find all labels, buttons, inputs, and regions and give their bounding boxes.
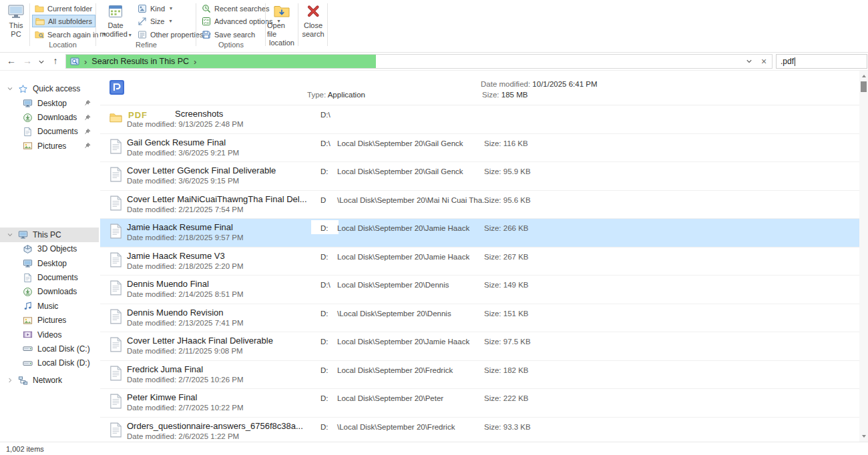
file-size: Size: 95.6 KB — [484, 196, 531, 204]
file-name: Cover Letter JHaack Final Deliverable — [127, 336, 273, 346]
recent-searches-icon — [202, 4, 211, 13]
file-icon — [110, 195, 122, 211]
back-button[interactable]: ← — [5, 55, 17, 66]
search-result-row[interactable]: Peter Kimwe Final Date modified: 2/7/202… — [100, 389, 859, 418]
size-button[interactable]: Size ▾ — [135, 15, 174, 27]
kind-button[interactable]: Kind ▾ — [135, 2, 175, 15]
size-field: Size: 185 MB — [482, 91, 527, 99]
cube-icon — [23, 244, 33, 254]
search-box[interactable]: .pdf — [776, 54, 867, 69]
file-date-modified: Date modified: 2/21/2025 7:54 PM — [127, 205, 244, 213]
sidebar-item-downloads[interactable]: Downloads — [0, 110, 99, 124]
expand-chevron-icon[interactable] — [7, 377, 13, 384]
address-bar[interactable]: › Search Results in This PC › × — [65, 54, 773, 69]
date-value: 10/1/2025 6:41 PM — [532, 80, 597, 88]
up-button[interactable]: ↑ — [49, 55, 61, 66]
close-search-button[interactable]: Close search — [300, 1, 326, 39]
scroll-down-arrow-icon[interactable] — [861, 433, 867, 440]
file-name: Jamie Haack Resume Final — [127, 222, 233, 232]
search-result-row[interactable]: Gail Genck Resume Final Date modified: 3… — [100, 134, 859, 163]
search-result-row[interactable]: Cover Letter JHaack Final Deliverable Da… — [100, 332, 859, 361]
sidebar-item-3d-objects[interactable]: 3D Objects — [0, 242, 99, 256]
search-ribbon: This PC Current folder All subfolders Se… — [0, 0, 868, 53]
breadcrumb[interactable]: Search Results in This PC — [91, 57, 189, 66]
file-name: Cover Letter MaiNiCuaiThawngTha Final De… — [127, 194, 307, 204]
sidebar-item-videos[interactable]: Videos — [0, 328, 99, 342]
file-size: Size: 151 KB — [484, 310, 528, 318]
expand-chevron-icon[interactable] — [7, 232, 13, 238]
search-result-row[interactable]: Orders_questionnaire-answers_6756f8c38a.… — [100, 418, 859, 442]
sidebar-section-network[interactable]: Network — [0, 373, 99, 388]
sidebar-section-this-pc[interactable]: This PC — [0, 228, 99, 242]
options-group-label: Options — [198, 41, 264, 49]
size-label: Size: — [482, 91, 499, 99]
recent-locations-dropdown[interactable] — [38, 59, 45, 65]
search-result-row[interactable]: PDF Screenshots Date modified: 9/13/2025… — [100, 105, 859, 134]
vertical-scrollbar[interactable] — [859, 71, 868, 442]
documents-icon — [23, 273, 33, 283]
file-date-modified: Date modified: 2/13/2025 7:41 PM — [127, 319, 244, 327]
all-subfolders-button[interactable]: All subfolders — [32, 15, 95, 27]
music-icon — [23, 301, 33, 311]
application-result-item[interactable]: Type: Application Date modified: 10/1/20… — [100, 71, 859, 105]
file-date-modified: Date modified: 3/6/2025 9:15 PM — [127, 177, 239, 185]
properties-icon — [138, 30, 147, 39]
save-search-button[interactable]: Save search — [199, 28, 258, 41]
item-label: Pictures — [37, 141, 66, 151]
sidebar-item-documents[interactable]: Documents — [0, 125, 99, 139]
current-folder-button[interactable]: Current folder — [32, 2, 95, 15]
scroll-up-arrow-icon[interactable] — [861, 73, 867, 79]
downloads-icon — [23, 287, 33, 297]
stop-search-button[interactable]: × — [756, 56, 772, 67]
file-name: Peter Kimwe Final — [127, 392, 197, 402]
expand-chevron-icon[interactable] — [7, 85, 13, 92]
scrollbar-thumb[interactable] — [861, 81, 867, 92]
sidebar-item-music[interactable]: Music — [0, 299, 99, 313]
type-value: Application — [328, 91, 365, 99]
file-icon — [110, 422, 122, 438]
documents-icon — [23, 127, 33, 137]
sidebar-item-desktop[interactable]: Desktop — [0, 256, 99, 270]
open-file-location-button[interactable]: Open file location — [267, 1, 296, 47]
date-modified-button[interactable]: Date modified▾ — [100, 1, 131, 39]
file-size: Size: 93.3 KB — [484, 423, 531, 431]
address-history-dropdown[interactable] — [742, 58, 756, 65]
computer-icon — [7, 3, 25, 19]
pin-icon — [83, 99, 91, 107]
file-drive: D:\ — [320, 111, 331, 119]
file-name: Screenshots — [175, 109, 223, 119]
search-result-row[interactable]: Fredrick Juma Final Date modified: 2/7/2… — [100, 361, 859, 390]
sidebar-item-pictures[interactable]: Pictures — [0, 139, 99, 153]
item-label: Documents — [37, 273, 78, 282]
close-search-label-line1: Close — [304, 21, 322, 30]
ribbon-separator — [265, 3, 266, 46]
search-result-row[interactable]: Cover Letter GGenck Final Deliverable Da… — [100, 162, 859, 191]
recent-searches-label: Recent searches — [214, 5, 270, 13]
calendar-icon — [107, 3, 124, 19]
forward-button[interactable]: → — [21, 55, 33, 66]
type-label: Type: — [307, 91, 326, 99]
sidebar-section-quick-access[interactable]: Quick access — [0, 81, 99, 96]
date-modified-field: Date modified: 10/1/2025 6:41 PM — [481, 80, 598, 88]
sidebar-item-local-disk-c[interactable]: Local Disk (C:) — [0, 342, 99, 356]
file-name: Fredrick Juma Final — [127, 364, 203, 374]
sidebar-item-documents[interactable]: Documents — [0, 270, 99, 284]
search-result-row[interactable]: Dennis Muendo Final Date modified: 2/14/… — [100, 276, 859, 304]
sidebar-section: This PC 3D Objects Desktop Documents Dow… — [0, 228, 99, 371]
search-result-row[interactable]: Jamie Haack Resume V3 Date modified: 2/1… — [100, 248, 859, 276]
pin-icon — [83, 128, 91, 135]
sidebar-section: Network — [0, 373, 99, 388]
sidebar-item-local-disk-d[interactable]: Local Disk (D:) — [0, 356, 99, 370]
search-result-row[interactable]: Jamie Haack Resume Final Date modified: … — [100, 219, 859, 248]
sidebar-item-pictures[interactable]: Pictures — [0, 314, 99, 328]
sidebar-item-desktop[interactable]: Desktop — [0, 96, 99, 110]
file-drive: D: — [320, 366, 329, 374]
file-drive: D: — [320, 423, 329, 431]
videos-icon — [23, 330, 33, 340]
search-result-row[interactable]: Cover Letter MaiNiCuaiThawngTha Final De… — [100, 191, 859, 219]
search-result-row[interactable]: Dennis Muendo Revision Date modified: 2/… — [100, 304, 859, 333]
file-date-modified: Date modified: 2/18/2025 2:20 PM — [127, 262, 244, 270]
file-date-modified: Date modified: 2/6/2025 1:22 PM — [127, 432, 239, 440]
sidebar-item-downloads[interactable]: Downloads — [0, 285, 99, 299]
this-pc-scope-button[interactable]: This PC — [4, 1, 28, 39]
